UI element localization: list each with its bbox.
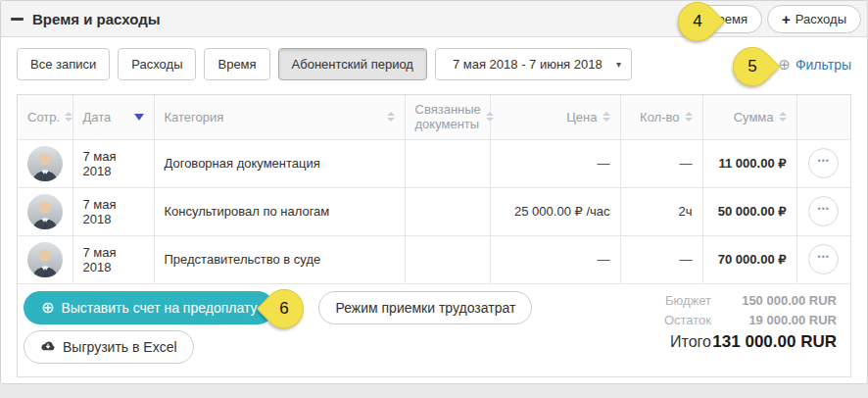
ellipsis-icon: ••• [818,205,830,214]
sort-icon [603,112,610,122]
column-header-date[interactable]: Дата [72,95,154,139]
callout-6: 6 [265,289,304,328]
add-expenses-button[interactable]: + Расходы [767,5,861,33]
cell-date: 7 мая 2018 [72,235,154,283]
widget-title: Время и расходы [32,11,160,27]
column-header-related-documents[interactable]: Связанные документы [405,95,490,139]
row-menu-button[interactable]: ••• [808,244,839,274]
cell-sum: 11 000.00 ₽ [702,139,796,187]
person-photo-icon [27,194,63,229]
cell-docs [405,139,490,187]
records-table: Сотр. Дата Категория Связанны [18,95,850,284]
export-excel-button[interactable]: Выгрузить в Excel [24,330,194,364]
table-header-row: Сотр. Дата Категория Связанны [18,95,850,139]
cell-category: Консультировал по налогам [154,187,405,235]
tab-expenses[interactable]: Расходы [118,48,196,80]
cell-sum: 50 000.00 ₽ [702,187,796,235]
sort-icon [779,112,787,122]
widget-header: Время и расходы + Время + Расходы [1,1,867,37]
cell-quantity: 2ч [620,187,702,235]
sort-icon [685,112,693,122]
cell-category: Представительство в суде [154,235,405,283]
tab-subscription-period[interactable]: Абонентский период [278,48,427,80]
table-row[interactable]: 7 мая 2018 Консультировал по налогам 25 … [18,187,850,235]
cell-quantity: — [620,235,702,283]
budget-row: Бюджет 150 000.00 RUR [664,293,837,308]
callout-4: 4 [678,2,717,41]
avatar [27,194,63,229]
column-header-price[interactable]: Цена [490,95,620,139]
chevron-down-icon: ▾ [616,59,621,70]
cell-docs [405,187,490,235]
table-row[interactable]: 7 мая 2018 Представительство в суде — — … [18,235,850,283]
cell-date: 7 мая 2018 [72,187,154,235]
filter-row: Все записи Расходы Время Абонентский пер… [17,48,851,80]
cell-sum: 70 000.00 ₽ [702,235,796,283]
person-photo-icon [27,146,63,181]
cloud-download-icon [40,340,56,353]
cell-date: 7 мая 2018 [72,139,154,187]
cell-category: Договорная документация [154,139,405,187]
cell-price: — [490,235,620,283]
sort-desc-icon [134,114,144,121]
table-row[interactable]: 7 мая 2018 Договорная документация — — 1… [18,139,850,187]
period-select[interactable]: 7 мая 2018 - 7 июня 2018 ▾ [435,48,632,80]
row-menu-button[interactable]: ••• [808,196,839,226]
filters-link-label: Фильтры [796,57,851,73]
labor-acceptance-mode-button[interactable]: Режим приемки трудозатрат [318,291,532,324]
collapse-icon[interactable] [11,18,24,21]
ellipsis-icon: ••• [818,253,830,262]
tab-all-records[interactable]: Все записи [17,48,110,80]
avatar [27,146,63,181]
callout-5: 5 [733,47,772,86]
tab-time[interactable]: Время [204,48,269,80]
sort-icon [65,112,72,122]
cell-price: 25 000.00 ₽ /час [490,187,620,235]
column-header-employee[interactable]: Сотр. [18,95,72,139]
widget-body: Все записи Расходы Время Абонентский пер… [1,37,867,377]
cell-quantity: — [620,139,702,187]
row-menu-button[interactable]: ••• [808,148,839,178]
sort-icon [387,112,395,122]
avatar [27,242,63,277]
sort-icon [486,112,494,122]
column-header-actions [796,95,850,139]
grand-total-row: Итого 131 000.00 RUR [664,332,837,352]
column-header-sum[interactable]: Сумма [702,95,796,139]
circled-plus-icon: ⊕ [41,298,54,317]
totals-block: Бюджет 150 000.00 RUR Остаток 19 000.00 … [664,291,837,364]
remainder-row: Остаток 19 000.00 RUR [664,313,837,327]
table-panel: Сотр. Дата Категория Связанны [17,94,851,377]
cell-price: — [490,139,620,187]
column-header-category[interactable]: Категория [154,95,405,139]
create-prepayment-invoice-button[interactable]: ⊕ Выставить счет на предоплату [24,291,274,324]
person-photo-icon [27,242,63,277]
circled-plus-icon: ⊕ [778,56,791,74]
panel-footer: ⊕ Выставить счет на предоплату Режим при… [18,284,850,376]
cell-docs [405,235,490,283]
filters-link[interactable]: ⊕ Фильтры [778,56,851,74]
plus-icon: + [782,12,791,26]
column-header-quantity[interactable]: Кол-во [620,95,702,139]
ellipsis-icon: ••• [818,157,830,166]
period-select-value: 7 мая 2018 - 7 июня 2018 [453,57,603,72]
